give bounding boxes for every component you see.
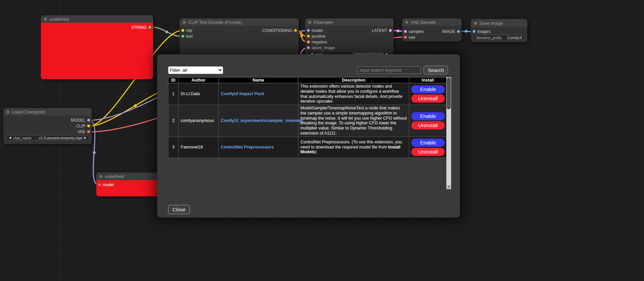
col-header-description: Description [298,77,409,83]
ext-name-link[interactable]: ComfyUI_experiments/sampler_tonemap [221,118,303,123]
collapse-dot-icon[interactable] [99,175,102,178]
slot-dot-conditioning[interactable] [294,29,297,32]
slot-dot-string[interactable] [148,26,151,29]
slot-label: latent_image [312,46,335,50]
node-title: KSampler [314,20,333,25]
slot-label: positive [312,34,326,39]
graph-canvas[interactable]: undefined STRING CLIP Text Encode (Promp… [0,0,644,281]
col-header-name: Name [219,77,298,83]
slot-dot-vae[interactable] [404,36,407,39]
slot-dot-vae-out[interactable] [87,130,90,133]
slot-label: model [103,182,114,187]
node-load-checkpoint[interactable]: Load Checkpoint MODEL CLIP VAE [3,108,92,144]
ext-name-link[interactable]: ComfyUI Impact Pack [221,91,264,96]
slot-dot-model-out[interactable] [87,119,90,122]
wire-midpoint-dot [165,31,168,33]
slot-label: STRING [131,25,147,30]
slot-dot-clip-out[interactable] [87,124,90,127]
ext-description: This extension offers various detector n… [298,83,409,105]
ext-author: Dr.Lt.Data [179,83,219,105]
ext-name-link[interactable]: ControlNet Preprocessors [221,145,274,150]
ckpt-name-widget[interactable]: ◀ ckpt_name v1-5-pruned-emaonly.ckpt ▶ [6,135,89,140]
node-title: Load Checkpoint [12,109,45,115]
wire-midpoint-dot [299,32,302,35]
slot-dot-latent-image[interactable] [307,46,310,49]
collapse-dot-icon[interactable] [6,110,10,113]
extension-list-scroll-area: ID Author Name Description Install 1 Dr.… [168,77,451,189]
node-undefined-bottom[interactable]: undefined model [96,173,160,196]
ext-description: ModelSamplerTonemapNoiseTest a node that… [298,105,409,137]
widget-label: ckpt_name [13,136,32,140]
slot-dot-images[interactable] [473,30,476,33]
widget-value: ComfyUI [507,36,522,40]
node-save-image[interactable]: Save Image images filename_prefix ComfyU… [471,19,527,42]
node-undefined-top[interactable]: undefined STRING [41,15,153,79]
slot-dot-clip[interactable] [181,29,184,32]
ext-description: ControlNet Preprocessors. (To use this e… [298,137,409,158]
slot-label: vae [409,35,415,40]
ext-id: 3 [168,137,179,158]
node-clip-text-encode[interactable]: CLIP Text Encode (Prompt) clip CONDITION… [180,18,299,56]
node-title: undefined [49,17,69,22]
uninstall-button[interactable]: Uninstall [411,121,445,129]
slot-label: IMAGE [442,29,455,34]
wire-midpoint-dot [300,35,303,37]
wire-midpoint-dot [465,30,467,33]
collapse-dot-icon[interactable] [474,22,477,25]
scroll-down-icon[interactable]: ▼ [446,185,451,189]
enable-button[interactable]: Enable [411,139,445,147]
slot-label: CLIP [76,124,85,128]
ext-id: 1 [168,83,179,105]
slot-dot-samples[interactable] [404,30,407,33]
slot-dot-positive[interactable] [307,35,310,38]
col-header-install: Install [409,77,447,83]
table-row: 1 Dr.Lt.Data ComfyUI Impact Pack This ex… [168,83,447,105]
scrollbar-thumb[interactable] [447,77,451,109]
enable-button[interactable]: Enable [411,112,445,120]
wire-midpoint-dot [93,151,96,154]
slot-label: text [186,34,193,39]
table-row: 3 Fannovel16 ControlNet Preprocessors Co… [168,137,447,158]
slot-dot-negative[interactable] [307,40,310,43]
node-vae-decode[interactable]: VAE Decode samples IMAGE vae [402,18,462,41]
decrement-icon[interactable]: ◀ [9,136,11,139]
scrollbar[interactable]: ▼ [446,77,451,189]
close-button[interactable]: Close [168,205,190,214]
increment-icon[interactable]: ▶ [84,136,86,139]
slot-label: MODEL [71,118,85,123]
enable-button[interactable]: Enable [411,85,445,93]
canvas-axis-horizontal [0,233,644,233]
slot-label: VAE [78,129,85,134]
collapse-dot-icon[interactable] [183,21,186,24]
filename-prefix-widget[interactable]: filename_prefix ComfyUI [474,35,525,40]
collapse-dot-icon[interactable] [44,18,47,21]
ext-author: comfyanonymous [179,105,219,137]
uninstall-button[interactable]: Uninstall [411,94,445,103]
slot-dot-latent[interactable] [389,29,392,32]
node-title: undefined [105,174,124,179]
slot-dot-text[interactable] [181,35,184,38]
slot-label: model [312,28,323,33]
ext-id: 2 [168,105,179,137]
search-button[interactable]: Search [424,66,448,74]
slot-dot-model[interactable] [307,29,310,32]
wire-string-to-text [152,27,181,36]
wire-midpoint-dot [134,104,137,107]
search-input[interactable] [357,66,421,74]
extension-table: ID Author Name Description Install 1 Dr.… [168,77,447,158]
col-header-author: Author [179,77,219,83]
slot-label: images [477,29,491,34]
slot-label: CONDITIONING [262,28,292,33]
widget-value: v1-5-pruned-emaonly.ckpt [39,136,82,140]
node-ksampler[interactable]: KSampler model LATENT positive [305,18,394,57]
slot-label: negative [312,40,327,45]
filter-select[interactable]: Filter: all [168,66,223,74]
slot-dot-model-in[interactable] [98,183,101,186]
slot-dot-image[interactable] [457,30,460,33]
collapse-dot-icon[interactable] [308,21,311,24]
slot-label: samples [409,29,424,34]
node-title: Save Image [479,21,503,26]
ext-author: Fannovel16 [179,137,219,158]
uninstall-button[interactable]: Uninstall [411,148,445,156]
collapse-dot-icon[interactable] [405,21,408,24]
